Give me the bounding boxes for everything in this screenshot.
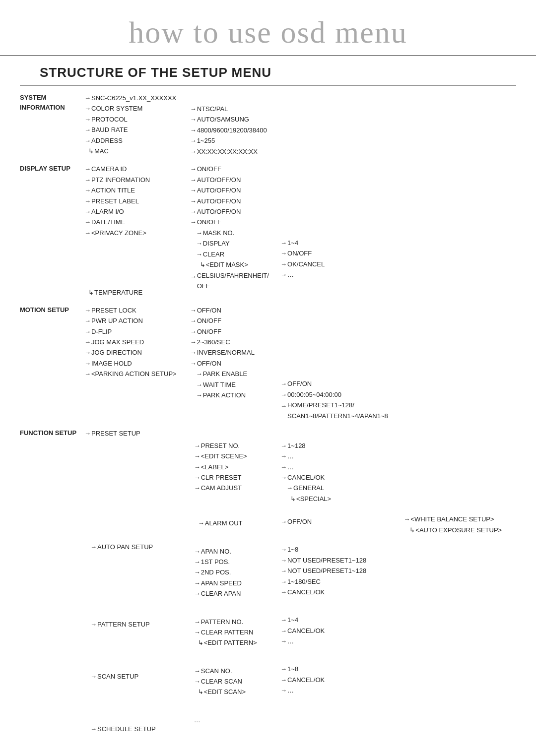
mot-val-jogdir: → INVERSE/NORMAL <box>190 347 280 358</box>
footer: English – 25 <box>0 750 536 756</box>
func-clear-apan: → CLEAR APAN <box>190 588 280 599</box>
func-val-white-balance: → <WHITE BALANCE SETUP> <box>403 514 516 524</box>
sys-item-mac: ↳ MAC <box>84 146 190 156</box>
page-header: how to use osd menu <box>0 0 536 56</box>
func-clear-pattern: → CLEAR PATTERN <box>190 627 280 637</box>
disp-privacy-maskno: → MASK NO. <box>190 228 280 238</box>
func-alarm-out: → ALARM OUT <box>190 518 280 528</box>
disp-val-action: → AUTO/OFF/ON <box>190 185 280 195</box>
display-l3: → 1~4 → ON/OFF → OK/CANCEL <box>280 163 403 299</box>
section-title: STRUCTURE OF THE SETUP MENU <box>20 65 516 86</box>
display-l2: → ON/OFF → AUTO/OFF/ON → AUTO/OFF/ON <box>190 163 280 299</box>
mot-val-pwrup: → ON/OFF <box>190 315 280 326</box>
mot-val-waittime: → 00:00:05~04:00:00 <box>280 389 403 400</box>
func-edit-scene: → <EDIT SCENE> <box>190 451 280 461</box>
disp-val-dt: → ON/OFF <box>190 217 280 227</box>
func-val-editscene: → … <box>280 451 403 461</box>
func-val-editpattern: → … <box>280 636 403 646</box>
sys-val-protocol: → AUTO/SAMSUNG <box>190 114 280 125</box>
func-val-alarmout: → OFF/ON <box>280 516 403 527</box>
func-1st-pos: → 1ST POS. <box>190 557 280 567</box>
disp-val-camid: → ON/OFF <box>190 164 280 174</box>
disp-val-ptz: → AUTO/OFF/ON <box>190 175 280 185</box>
mot-val-presetlock: → OFF/ON <box>190 305 280 315</box>
func-val-clearpattern: → CANCEL/OK <box>280 626 403 636</box>
func-val-apanspeed: → 1~180/SEC <box>280 576 403 587</box>
disp-datetime: → DATE/TIME <box>84 217 190 227</box>
func-val-camadjust-general: → GENERAL <box>280 483 403 493</box>
cat-system: SYSTEM INFORMATION <box>20 92 84 158</box>
sys-val-address: → 1~255 <box>190 135 280 146</box>
mot-park-enable: → PARK ENABLE <box>190 369 280 379</box>
func-val-editscan: → … <box>280 685 403 695</box>
func-schedule-setup: → SCHEDULE SETUP <box>84 724 190 734</box>
func-scan-no: → SCAN NO. <box>190 666 280 676</box>
mot-val-dflip: → ON/OFF <box>190 326 280 337</box>
func-schedule-ellipsis: … <box>190 715 280 725</box>
cat-display: DISPLAY SETUP <box>20 163 84 299</box>
system-info-row: SYSTEM INFORMATION → SNC-C6225_v1.XX_XXX… <box>20 92 516 158</box>
display-l1: → CAMERA ID → PTZ INFORMATION → ACTION T… <box>84 163 190 299</box>
disp-privacy-clear: → CLEAR <box>190 249 280 259</box>
mot-wait-time: → WAIT TIME <box>190 379 280 390</box>
sys-val-mac: → XX:XX:XX:XX:XX:XX <box>190 146 280 157</box>
cat-function: FUNCTION SETUP <box>20 427 84 735</box>
content-area: STRUCTURE OF THE SETUP MENU SYSTEM INFOR… <box>0 65 536 750</box>
func-scan-setup: → SCAN SETUP <box>84 671 190 682</box>
disp-val-preset: → AUTO/OFF/ON <box>190 196 280 206</box>
mot-jog-speed: → JOG MAX SPEED <box>84 337 190 347</box>
function-l4: → <WHITE BALANCE SETUP> ↳ <AUTO EXPOSURE… <box>403 427 516 735</box>
func-edit-scan: ↳ <EDIT SCAN> <box>190 687 280 697</box>
sys-val-color: → NTSC/PAL <box>190 104 280 114</box>
func-cam-adjust: → CAM ADJUST <box>190 483 280 493</box>
mot-val-imghold: → OFF/ON <box>190 358 280 369</box>
func-2nd-pos: → 2ND POS. <box>190 567 280 577</box>
mot-jog-dir: → JOG DIRECTION <box>84 347 190 358</box>
func-apan-speed: → APAN SPEED <box>190 578 280 588</box>
disp-cam-id: → CAMERA ID <box>84 164 190 174</box>
disp-privacy-zone: → <PRIVACY ZONE> <box>84 228 190 238</box>
func-preset-setup: → PRESET SETUP <box>84 428 190 439</box>
func-apan-no: → APAN NO. <box>190 546 280 557</box>
func-clear-scan: → CLEAR SCAN <box>190 676 280 687</box>
func-val-2ndpos: → NOT USED/PRESET1~128 <box>280 566 403 576</box>
func-clr-preset: → CLR PRESET <box>190 472 280 483</box>
display-setup-row: DISPLAY SETUP → CAMERA ID → PTZ INFORMAT… <box>20 163 516 299</box>
func-val-scanno: → 1~8 <box>280 664 403 674</box>
disp-val-clear: → OK/CANCEL <box>280 259 403 269</box>
disp-val-maskno: → 1~4 <box>280 238 403 248</box>
func-val-1stpos: → NOT USED/PRESET1~128 <box>280 555 403 566</box>
func-val-presetno: → 1~128 <box>280 441 403 451</box>
sys-item-protocol: → PROTOCOL <box>84 114 190 125</box>
motion-l2: → OFF/ON → ON/OFF → ON/OFF <box>190 304 280 422</box>
motion-l1: → PRESET LOCK → PWR UP ACTION → D-FLIP <box>84 304 190 422</box>
mot-park-action: → PARK ACTION <box>190 390 280 400</box>
mot-dflip: → D-FLIP <box>84 326 190 337</box>
func-val-camadjust-special: ↳ <SPECIAL> <box>280 494 403 504</box>
mot-val-jogspeed: → 2~360/SEC <box>190 337 280 347</box>
func-edit-pattern: ↳ <EDIT PATTERN> <box>190 637 280 648</box>
page-container: how to use osd menu STRUCTURE OF THE SET… <box>0 0 536 756</box>
disp-preset-label: → PRESET LABEL <box>84 196 190 206</box>
sys-item-address: → ADDRESS <box>84 135 190 146</box>
menu-table: SYSTEM INFORMATION → SNC-C6225_v1.XX_XXX… <box>20 92 516 735</box>
disp-ptz: → PTZ INFORMATION <box>84 175 190 185</box>
page-title: how to use osd menu <box>0 15 536 50</box>
func-val-apanno: → 1~8 <box>280 544 403 555</box>
disp-privacy-editmask: ↳ <EDIT MASK> <box>190 259 280 270</box>
mot-parking: → <PARKING ACTION SETUP> <box>84 369 190 379</box>
function-l3: → 1~128 → … → … <box>280 427 403 735</box>
function-l2: → PRESET NO. → <EDIT SCENE> → <box>190 427 280 735</box>
mot-pwr-up: → PWR UP ACTION <box>84 315 190 326</box>
func-val-label: → … <box>280 462 403 472</box>
motion-l3: → OFF/ON → 00:00:05~04:00:00 → HOME/PRES… <box>280 304 403 422</box>
sys-val-baud: → 4800/9600/19200/38400 <box>190 125 280 135</box>
func-pattern-setup: → PATTERN SETUP <box>84 619 190 630</box>
mot-preset-lock: → PRESET LOCK <box>84 305 190 315</box>
sys-item-color: → COLOR SYSTEM <box>84 103 190 114</box>
motion-setup-row: MOTION SETUP → PRESET LOCK → PWR UP ACTI… <box>20 304 516 422</box>
func-label: → <LABEL> <box>190 462 280 472</box>
func-val-patternno: → 1~4 <box>280 615 403 625</box>
function-l1: → PRESET SETUP <box>84 427 190 735</box>
function-setup-row: FUNCTION SETUP → PRESET SETUP <box>20 427 516 735</box>
